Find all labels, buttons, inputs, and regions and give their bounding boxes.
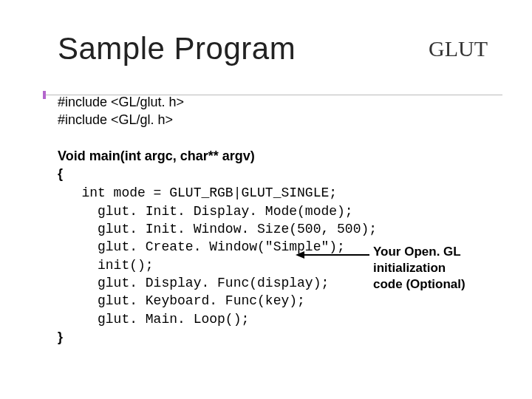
title-row: Sample Program GLUT: [58, 31, 502, 66]
code-line: int mode = GLUT_RGB|GLUT_SINGLE;: [58, 184, 502, 202]
annotation: Your Open. GL initialization code (Optio…: [373, 244, 528, 293]
close-brace: }: [58, 328, 502, 346]
code-line: glut. Main. Loop();: [58, 310, 502, 328]
include-line: #include <GL/glut. h>: [58, 93, 502, 111]
slide-body: #include <GL/glut. h> #include <GL/gl. h…: [58, 93, 502, 346]
open-brace: {: [58, 165, 502, 183]
slide-title: Sample Program: [58, 31, 296, 66]
annotation-line: code (Optional): [373, 277, 466, 291]
code-line: glut. Keyboard. Func(key);: [58, 292, 502, 310]
annotation-line: Your Open. GL initialization: [373, 245, 460, 275]
corner-label: GLUT: [429, 36, 488, 61]
slide: Sample Program GLUT #include <GL/glut. h…: [0, 0, 532, 399]
include-line: #include <GL/gl. h>: [58, 111, 502, 129]
rule-tick-icon: [43, 91, 46, 99]
arrow-icon: [296, 251, 369, 259]
code-line: glut. Init. Display. Mode(mode);: [58, 202, 502, 220]
code-line: glut. Init. Window. Size(500, 500);: [58, 220, 502, 238]
horizontal-rule: [44, 95, 502, 95]
main-signature: Void main(int argc, char** argv): [58, 147, 502, 165]
